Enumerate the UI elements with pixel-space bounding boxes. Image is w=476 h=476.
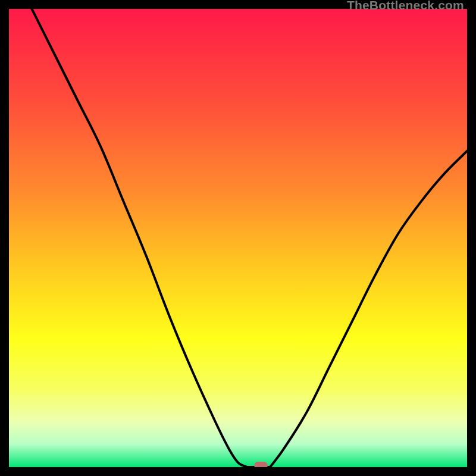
watermark-text: TheBottleneck.com [347,0,464,12]
chart-background-gradient [9,9,467,467]
chart-frame: TheBottleneck.com [0,0,476,476]
chart-svg [9,9,467,467]
optimum-marker [255,462,268,467]
chart-plot-area [9,9,467,467]
